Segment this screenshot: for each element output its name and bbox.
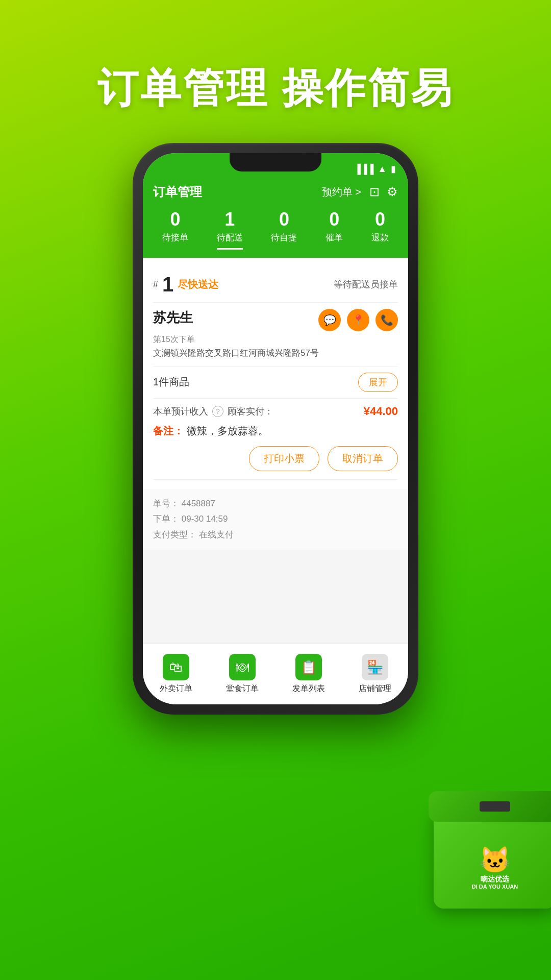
note-label: 备注： bbox=[153, 425, 184, 436]
note-row: 备注： 微辣，多放蒜蓉。 bbox=[153, 424, 398, 438]
app-title: 订单管理 bbox=[153, 184, 202, 200]
stat-waiting[interactable]: 0 待接单 bbox=[162, 209, 188, 250]
chat-icon[interactable]: 💬 bbox=[318, 309, 341, 331]
customer-icons: 💬 📍 📞 bbox=[318, 309, 398, 331]
order-header: # 1 尽快送达 等待配送员接单 bbox=[153, 273, 398, 303]
deco-box: 🐱 嘀达优选 DI DA YOU XUAN bbox=[423, 806, 551, 949]
order-card: # 1 尽快送达 等待配送员接单 苏先生 💬 📍 📞 第15次下单 bbox=[143, 264, 408, 489]
stat-waiting-label: 待接单 bbox=[162, 232, 188, 250]
hero-title: 订单管理 操作简易 bbox=[0, 0, 551, 116]
bottom-nav: 🛍 外卖订单 🍽 堂食订单 📋 发单列表 🏪 店铺管理 bbox=[143, 643, 408, 704]
store-icon: 🏪 bbox=[362, 654, 388, 680]
phone-icon[interactable]: 📞 bbox=[375, 309, 398, 331]
header-right-section: 预约单 > ⊡ ⚙ bbox=[322, 185, 398, 199]
order-number-meta: 单号： 4458887 bbox=[153, 496, 398, 512]
customer-row: 苏先生 💬 📍 📞 bbox=[153, 309, 398, 331]
stat-delivery-label: 待配送 bbox=[217, 232, 243, 250]
stat-delivery-num: 1 bbox=[224, 209, 235, 230]
order-meta: 单号： 4458887 下单： 09-30 14:59 支付类型： 在线支付 bbox=[143, 489, 408, 550]
paid-label: 顾客实付： bbox=[228, 405, 273, 418]
revenue-label: 本单预计收入 bbox=[153, 405, 208, 418]
dine-in-icon: 🍽 bbox=[229, 654, 256, 680]
items-count: 1件商品 bbox=[153, 375, 189, 389]
stat-waiting-num: 0 bbox=[170, 209, 180, 230]
phone-mockup: ▐▐▐ ▲ ▮ 订单管理 预约单 > ⊡ ⚙ bbox=[133, 143, 418, 715]
stat-pickup-label: 待自提 bbox=[271, 232, 297, 250]
cancel-button[interactable]: 取消订单 bbox=[328, 446, 398, 471]
order-list-icon: 📋 bbox=[295, 654, 322, 680]
stat-refund-num: 0 bbox=[375, 209, 385, 230]
order-number-meta-value: 4458887 bbox=[182, 499, 215, 508]
stat-delivery[interactable]: 1 待配送 bbox=[217, 209, 243, 250]
stat-remind-label: 催单 bbox=[325, 232, 343, 250]
deco-box-body: 🐱 嘀达优选 DI DA YOU XUAN bbox=[434, 806, 551, 909]
nav-store-label: 店铺管理 bbox=[359, 683, 391, 694]
customer-order-count: 第15次下单 bbox=[153, 334, 398, 345]
phone-notch bbox=[230, 153, 321, 172]
stat-refund[interactable]: 0 退款 bbox=[371, 209, 389, 250]
brand-text: 嘀达优选 DI DA YOU XUAN bbox=[472, 875, 518, 890]
nav-store[interactable]: 🏪 店铺管理 bbox=[359, 654, 391, 694]
location-icon[interactable]: 📍 bbox=[347, 309, 369, 331]
order-status: 等待配送员接单 bbox=[334, 278, 398, 290]
payment-amount: ¥44.00 bbox=[364, 405, 398, 418]
expand-button[interactable]: 展开 bbox=[358, 373, 398, 392]
order-tag: 尽快送达 bbox=[178, 278, 218, 291]
phone-screen: ▐▐▐ ▲ ▮ 订单管理 预约单 > ⊡ ⚙ bbox=[143, 153, 408, 704]
order-time-label: 下单： bbox=[153, 514, 179, 524]
header-top-row: 订单管理 预约单 > ⊡ ⚙ bbox=[153, 184, 398, 205]
order-time-value: 09-30 14:59 bbox=[182, 514, 228, 524]
nav-order-list[interactable]: 📋 发单列表 bbox=[292, 654, 325, 694]
takeout-icon: 🛍 bbox=[163, 654, 189, 680]
nav-dine-in[interactable]: 🍽 堂食订单 bbox=[226, 654, 259, 694]
payment-meta: 支付类型： 在线支付 bbox=[153, 527, 398, 543]
deco-box-lid bbox=[429, 791, 551, 822]
signal-icon: ▐▐▐ bbox=[354, 164, 373, 175]
order-number-meta-label: 单号： bbox=[153, 499, 179, 508]
order-time-meta: 下单： 09-30 14:59 bbox=[153, 511, 398, 527]
print-button[interactable]: 打印小票 bbox=[249, 446, 319, 471]
order-number-section: # 1 尽快送达 bbox=[153, 273, 218, 296]
scan-icon[interactable]: ⊡ bbox=[369, 185, 380, 199]
action-buttons: 打印小票 取消订单 bbox=[153, 446, 398, 480]
nav-takeout[interactable]: 🛍 外卖订单 bbox=[160, 654, 192, 694]
items-row: 1件商品 展开 bbox=[153, 366, 398, 399]
payment-type-label: 支付类型： bbox=[153, 530, 196, 540]
stat-remind-num: 0 bbox=[329, 209, 339, 230]
nav-dine-in-label: 堂食订单 bbox=[226, 683, 259, 694]
reservation-link[interactable]: 预约单 > bbox=[322, 185, 361, 199]
status-icons: ▐▐▐ ▲ ▮ bbox=[354, 163, 396, 175]
order-id: 1 bbox=[162, 273, 173, 296]
info-icon[interactable]: ? bbox=[212, 406, 223, 417]
stat-pickup[interactable]: 0 待自提 bbox=[271, 209, 297, 250]
nav-takeout-label: 外卖订单 bbox=[160, 683, 192, 694]
phone-outer: ▐▐▐ ▲ ▮ 订单管理 预约单 > ⊡ ⚙ bbox=[133, 143, 418, 715]
payment-type-value: 在线支付 bbox=[199, 530, 234, 540]
note-content: 微辣，多放蒜蓉。 bbox=[187, 425, 268, 436]
stat-pickup-num: 0 bbox=[279, 209, 289, 230]
app-header: 订单管理 预约单 > ⊡ ⚙ bbox=[143, 179, 408, 205]
nav-order-list-label: 发单列表 bbox=[292, 683, 325, 694]
customer-name: 苏先生 bbox=[153, 309, 193, 327]
stats-row: 0 待接单 1 待配送 0 待自提 0 催单 0 退款 bbox=[143, 205, 408, 250]
stat-remind[interactable]: 0 催单 bbox=[325, 209, 343, 250]
header-icons: ⊡ ⚙ bbox=[369, 185, 398, 199]
order-hash: # bbox=[153, 279, 158, 290]
battery-icon: ▮ bbox=[391, 163, 396, 175]
wifi-icon: ▲ bbox=[378, 164, 387, 175]
revenue-row: 本单预计收入 ? 顾客实付： ¥44.00 bbox=[153, 405, 398, 418]
settings-icon[interactable]: ⚙ bbox=[387, 185, 398, 199]
customer-address: 文澜镇兴隆路交叉路口红河商城兴隆路57号 bbox=[153, 347, 398, 359]
stat-refund-label: 退款 bbox=[371, 232, 389, 250]
